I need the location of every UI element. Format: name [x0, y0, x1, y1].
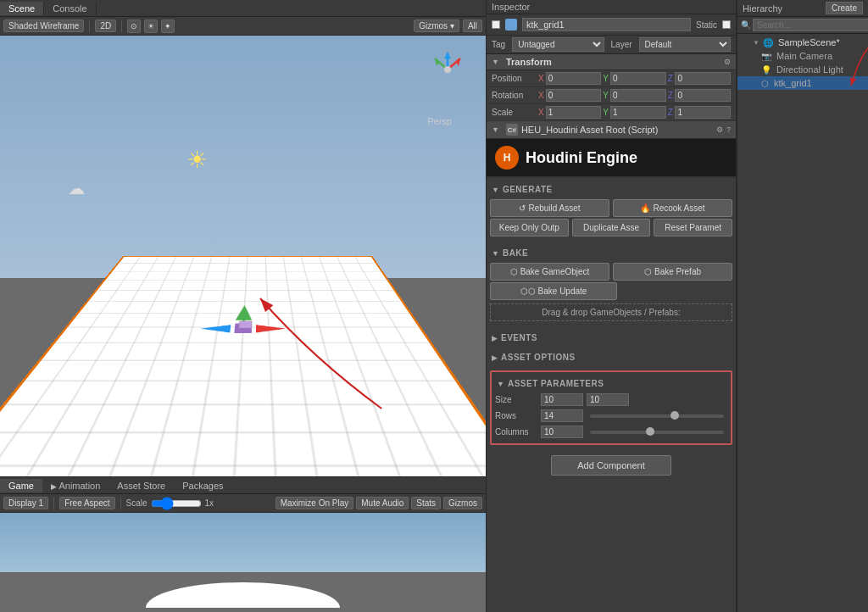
size-y-input[interactable] [587, 393, 629, 406]
tab-animation[interactable]: ▶ Animation [42, 479, 108, 492]
game-toolbar: Display 1 Free Aspect Scale 1x Maximize … [0, 494, 486, 513]
rebuild-icon: ↺ [519, 203, 526, 213]
transform-icons: ⚙ [724, 58, 731, 66]
scale-z-input[interactable] [675, 106, 731, 119]
columns-label: Columns [495, 427, 537, 437]
scale-x-input[interactable] [546, 106, 602, 119]
events-section: ▶ EVENTS [487, 328, 736, 348]
asset-params-collapse[interactable]: ▼ ASSET PARAMETERS [495, 376, 727, 392]
directionallight-icon: 💡 [761, 65, 771, 75]
transform-header[interactable]: ▼ Transform ⚙ [487, 54, 736, 70]
bake-prefab-btn[interactable]: ⬡ Bake Prefab [613, 263, 732, 281]
maximize-btn[interactable]: Maximize On Play [275, 497, 354, 509]
sep3 [53, 498, 54, 509]
scale-xyz: X Y Z [538, 106, 731, 119]
light-icon[interactable]: ☀ [144, 19, 158, 33]
position-y-input[interactable] [610, 72, 666, 85]
persp-icon[interactable]: ⊙ [127, 19, 141, 33]
inspector-header: Inspector [487, 0, 736, 14]
sky-bg [0, 36, 486, 278]
duplicate-btn[interactable]: Duplicate Asse [572, 219, 651, 236]
tab-scene[interactable]: Scene [0, 2, 44, 15]
create-btn[interactable]: Create [826, 2, 863, 14]
hierarchy-content: ▼ 🌐 SampleScene* 📷 Main Camera 💡 Directi… [737, 34, 868, 612]
sep2 [121, 20, 122, 32]
layer-select[interactable]: Default [639, 37, 731, 52]
columns-slider[interactable] [590, 431, 724, 434]
reset-btn[interactable]: Reset Paramet [654, 219, 732, 236]
script-settings-icon[interactable]: ⚙ [716, 125, 723, 134]
rotation-z-input[interactable] [675, 89, 731, 102]
scale-slider[interactable] [151, 498, 202, 509]
script-icon: C# [506, 124, 518, 136]
tab-asset-store[interactable]: Asset Store [108, 479, 174, 492]
rotation-z: Z [668, 89, 731, 102]
scale-y-input[interactable] [610, 106, 666, 119]
hierarchy-search-input[interactable] [753, 19, 868, 31]
rotation-x-input[interactable] [546, 89, 602, 102]
bake-gameobj-btn[interactable]: ⬡ Bake GameObject [490, 263, 609, 281]
tab-packages[interactable]: Packages [174, 479, 231, 492]
transform-settings-icon[interactable]: ⚙ [724, 58, 731, 66]
transform-arrow: ▼ [492, 58, 499, 66]
script-title: HEU_Houdini Asset Root (Script) [521, 125, 713, 135]
gizmos-game-btn[interactable]: Gizmos [443, 497, 482, 509]
asset-parameters-section: ▼ ASSET PARAMETERS Size Rows [490, 370, 732, 445]
tab-console[interactable]: Console [44, 2, 96, 15]
view-mode-btn[interactable]: 2D [95, 19, 116, 32]
bake-update-btn[interactable]: ⬡⬡ Bake Update [490, 282, 617, 300]
generate-section: ▼ GENERATE ↺ Rebuild Asset 🔥 Recook Asse… [487, 178, 736, 242]
tab-game[interactable]: Game [0, 479, 42, 492]
game-canvas [0, 513, 486, 612]
sep4 [120, 498, 121, 509]
display-btn[interactable]: Display 1 [3, 497, 48, 509]
ktkgrid-label: ktk_grid1 [774, 78, 812, 88]
recook-btn[interactable]: 🔥 Recook Asset [613, 199, 732, 217]
rows-input[interactable] [541, 409, 583, 422]
columns-input[interactable] [541, 426, 583, 438]
bake-collapse[interactable]: ▼ BAKE [490, 245, 732, 261]
layer-label: Layer [611, 40, 632, 49]
position-x: X [538, 72, 601, 85]
aspect-btn[interactable]: Free Aspect [59, 497, 114, 509]
fx-icon[interactable]: ✦ [161, 19, 175, 33]
asset-options-label: ASSET OPTIONS [501, 353, 576, 362]
asset-options-collapse[interactable]: ▶ ASSET OPTIONS [490, 349, 732, 365]
sz-label: Z [668, 108, 676, 117]
script-help-icon[interactable]: ? [726, 125, 731, 134]
events-collapse[interactable]: ▶ EVENTS [490, 330, 732, 346]
position-x-input[interactable] [546, 72, 602, 85]
rows-slider[interactable] [590, 414, 724, 418]
add-component-btn[interactable]: Add Component [551, 455, 671, 476]
script-header[interactable]: ▼ C# HEU_Houdini Asset Root (Script) ⚙ ? [487, 121, 736, 139]
columns-slider-thumb[interactable] [646, 427, 654, 436]
size-x-input[interactable] [541, 393, 583, 406]
drop-zone[interactable]: Drag & drop GameObjects / Prefabs: [490, 303, 732, 321]
all-btn[interactable]: All [463, 19, 482, 32]
static-checkbox[interactable] [722, 20, 731, 29]
tag-select[interactable]: Untagged [512, 37, 604, 52]
active-checkbox[interactable] [492, 20, 500, 29]
rows-slider-thumb[interactable] [670, 411, 679, 420]
scale-y: Y [603, 106, 665, 119]
rotation-y-input[interactable] [610, 89, 666, 102]
scale-z: Z [668, 106, 731, 119]
app: Scene Console Shaded Wireframe 2D ⊙ ☀ ✦ … [0, 0, 868, 612]
transform-title: Transform [506, 57, 552, 67]
rebuild-btn[interactable]: ↺ Rebuild Asset [490, 199, 609, 217]
object-name-field[interactable] [522, 18, 691, 31]
game-tabs: Game ▶ Animation Asset Store Packages [0, 477, 486, 494]
scale-value: 1x [205, 498, 214, 508]
rotation-x: X [538, 89, 601, 102]
shading-mode-btn[interactable]: Shaded Wireframe [3, 19, 84, 32]
mute-btn[interactable]: Mute Audio [356, 497, 409, 509]
keep-only-btn[interactable]: Keep Only Outp [490, 219, 569, 236]
stats-btn[interactable]: Stats [411, 497, 441, 509]
sx-label: X [538, 108, 546, 117]
rows-label: Rows [495, 411, 537, 420]
maincamera-label: Main Camera [776, 51, 832, 61]
bake-gameobj-icon: ⬡ [510, 267, 518, 276]
generate-collapse[interactable]: ▼ GENERATE [490, 181, 732, 198]
gizmos-btn[interactable]: Gizmos ▾ [414, 19, 459, 32]
position-z-input[interactable] [675, 72, 731, 85]
